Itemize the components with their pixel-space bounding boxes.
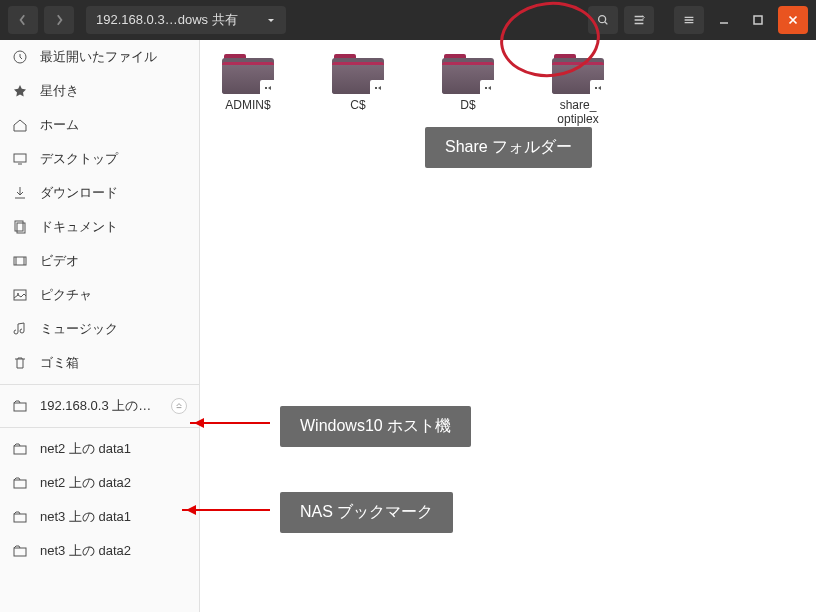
sidebar-item-documents[interactable]: ドキュメント bbox=[0, 210, 199, 244]
nav-back-button[interactable] bbox=[8, 6, 38, 34]
documents-icon bbox=[12, 219, 28, 235]
network-folder-icon bbox=[12, 398, 28, 414]
network-share-folder-icon bbox=[222, 52, 274, 94]
desktop-icon bbox=[12, 151, 28, 167]
folder-admin-share[interactable]: ADMIN$ bbox=[208, 52, 288, 127]
sidebar-label: net2 上の data2 bbox=[40, 474, 131, 492]
clock-icon bbox=[12, 49, 28, 65]
icon-grid: ADMIN$ C$ D$ s bbox=[208, 52, 808, 127]
sidebar-item-videos[interactable]: ビデオ bbox=[0, 244, 199, 278]
svg-rect-13 bbox=[14, 548, 26, 556]
minimize-button[interactable] bbox=[710, 6, 738, 34]
sidebar-label: ダウンロード bbox=[40, 184, 118, 202]
maximize-button[interactable] bbox=[744, 6, 772, 34]
network-folder-icon bbox=[12, 441, 28, 457]
folder-label: D$ bbox=[460, 98, 475, 112]
hamburger-menu-button[interactable] bbox=[674, 6, 704, 34]
network-share-folder-icon bbox=[332, 52, 384, 94]
sidebar-label: ホーム bbox=[40, 116, 79, 134]
minimize-icon bbox=[718, 14, 730, 26]
sidebar: 最近開いたファイル 星付き ホーム デスクトップ ダウンロード ドキュメント ビ… bbox=[0, 40, 200, 612]
folder-label: share_ optiplex bbox=[557, 98, 598, 127]
star-icon bbox=[12, 83, 28, 99]
sidebar-item-starred[interactable]: 星付き bbox=[0, 74, 199, 108]
svg-rect-12 bbox=[14, 514, 26, 522]
svg-point-0 bbox=[599, 16, 606, 23]
home-icon bbox=[12, 117, 28, 133]
sidebar-label: ゴミ箱 bbox=[40, 354, 79, 372]
chevron-left-icon bbox=[17, 14, 29, 26]
annotation-windows-host: Windows10 ホスト機 bbox=[280, 406, 471, 447]
annotation-nas-bookmark: NAS ブックマーク bbox=[280, 492, 453, 533]
sidebar-item-bookmark[interactable]: net2 上の data1 bbox=[0, 432, 199, 466]
folder-label: C$ bbox=[350, 98, 365, 112]
sidebar-separator bbox=[0, 384, 199, 385]
sidebar-item-home[interactable]: ホーム bbox=[0, 108, 199, 142]
sidebar-item-downloads[interactable]: ダウンロード bbox=[0, 176, 199, 210]
sidebar-item-recent[interactable]: 最近開いたファイル bbox=[0, 40, 199, 74]
sidebar-item-bookmark[interactable]: net3 上の data1 bbox=[0, 500, 199, 534]
annotation-share-folder: Share フォルダー bbox=[425, 127, 592, 168]
sidebar-item-desktop[interactable]: デスクトップ bbox=[0, 142, 199, 176]
close-icon bbox=[786, 13, 800, 27]
network-share-folder-icon bbox=[442, 52, 494, 94]
path-text: 192.168.0.3…dows 共有 bbox=[96, 11, 238, 29]
eject-button[interactable] bbox=[171, 398, 187, 414]
sidebar-label: ドキュメント bbox=[40, 218, 118, 236]
svg-rect-1 bbox=[754, 16, 762, 24]
sidebar-label: デスクトップ bbox=[40, 150, 118, 168]
svg-rect-11 bbox=[14, 480, 26, 488]
search-icon bbox=[596, 13, 610, 27]
sidebar-item-network-mount[interactable]: 192.168.0.3 上の… bbox=[0, 389, 199, 423]
maximize-icon bbox=[752, 14, 764, 26]
network-folder-icon bbox=[12, 509, 28, 525]
sidebar-item-bookmark[interactable]: net2 上の data2 bbox=[0, 466, 199, 500]
svg-rect-10 bbox=[14, 446, 26, 454]
annotation-arrow bbox=[182, 509, 270, 511]
sidebar-item-trash[interactable]: ゴミ箱 bbox=[0, 346, 199, 380]
sidebar-label: 星付き bbox=[40, 82, 79, 100]
folder-share-optiplex[interactable]: share_ optiplex bbox=[538, 52, 618, 127]
folder-label: ADMIN$ bbox=[225, 98, 270, 112]
music-icon bbox=[12, 321, 28, 337]
network-share-folder-icon bbox=[552, 52, 604, 94]
sidebar-label: ピクチャ bbox=[40, 286, 92, 304]
folder-d-share[interactable]: D$ bbox=[428, 52, 508, 127]
folder-c-share[interactable]: C$ bbox=[318, 52, 398, 127]
chevron-right-icon bbox=[53, 14, 65, 26]
dropdown-triangle-icon bbox=[266, 15, 276, 25]
sidebar-label: ミュージック bbox=[40, 320, 118, 338]
trash-icon bbox=[12, 355, 28, 371]
close-button[interactable] bbox=[778, 6, 808, 34]
svg-rect-7 bbox=[14, 290, 26, 300]
view-list-button[interactable] bbox=[624, 6, 654, 34]
sidebar-label: net3 上の data2 bbox=[40, 542, 131, 560]
sidebar-label: ビデオ bbox=[40, 252, 79, 270]
titlebar: 192.168.0.3…dows 共有 bbox=[0, 0, 816, 40]
hamburger-icon bbox=[682, 13, 696, 27]
search-button[interactable] bbox=[588, 6, 618, 34]
pictures-icon bbox=[12, 287, 28, 303]
sidebar-separator bbox=[0, 427, 199, 428]
sidebar-label: net2 上の data1 bbox=[40, 440, 131, 458]
sidebar-item-pictures[interactable]: ピクチャ bbox=[0, 278, 199, 312]
network-folder-icon bbox=[12, 475, 28, 491]
nav-forward-button[interactable] bbox=[44, 6, 74, 34]
svg-rect-3 bbox=[14, 154, 26, 162]
sidebar-label: 最近開いたファイル bbox=[40, 48, 157, 66]
sidebar-item-music[interactable]: ミュージック bbox=[0, 312, 199, 346]
network-folder-icon bbox=[12, 543, 28, 559]
video-icon bbox=[12, 253, 28, 269]
sidebar-label: net3 上の data1 bbox=[40, 508, 131, 526]
annotation-arrow bbox=[190, 422, 270, 424]
sidebar-label: 192.168.0.3 上の… bbox=[40, 397, 151, 415]
svg-rect-9 bbox=[14, 403, 26, 411]
list-icon bbox=[632, 13, 646, 27]
path-bar[interactable]: 192.168.0.3…dows 共有 bbox=[86, 6, 286, 34]
download-icon bbox=[12, 185, 28, 201]
sidebar-item-bookmark[interactable]: net3 上の data2 bbox=[0, 534, 199, 568]
